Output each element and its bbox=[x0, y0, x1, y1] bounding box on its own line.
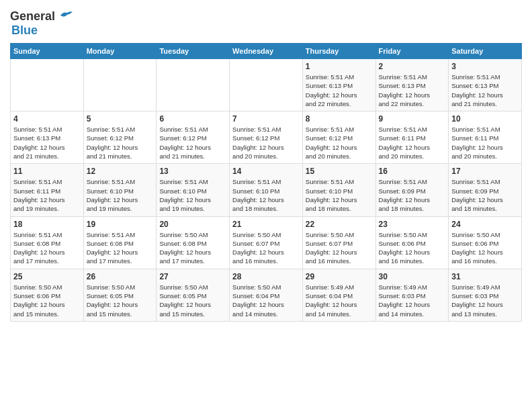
calendar-cell: 18Sunrise: 5:51 AM Sunset: 6:08 PM Dayli… bbox=[11, 216, 84, 269]
day-info: Sunrise: 5:50 AM Sunset: 6:08 PM Dayligh… bbox=[159, 230, 226, 266]
day-number: 27 bbox=[159, 272, 226, 281]
day-info: Sunrise: 5:51 AM Sunset: 6:12 PM Dayligh… bbox=[232, 125, 300, 161]
weekday-header-row: SundayMondayTuesdayWednesdayThursdayFrid… bbox=[11, 44, 522, 59]
day-info: Sunrise: 5:51 AM Sunset: 6:11 PM Dayligh… bbox=[13, 177, 81, 213]
day-info: Sunrise: 5:51 AM Sunset: 6:08 PM Dayligh… bbox=[87, 230, 154, 266]
weekday-header-thursday: Thursday bbox=[302, 44, 375, 59]
day-info: Sunrise: 5:51 AM Sunset: 6:10 PM Dayligh… bbox=[306, 177, 373, 213]
day-info: Sunrise: 5:49 AM Sunset: 6:04 PM Dayligh… bbox=[306, 283, 373, 318]
weekday-header-saturday: Saturday bbox=[449, 44, 522, 59]
day-info: Sunrise: 5:51 AM Sunset: 6:11 PM Dayligh… bbox=[451, 125, 519, 161]
calendar-cell: 29Sunrise: 5:49 AM Sunset: 6:04 PM Dayli… bbox=[302, 269, 375, 321]
day-number: 30 bbox=[379, 272, 446, 281]
day-number: 10 bbox=[451, 114, 519, 124]
day-number: 26 bbox=[87, 272, 154, 281]
calendar-week-1: 1Sunrise: 5:51 AM Sunset: 6:13 PM Daylig… bbox=[11, 59, 522, 111]
day-info: Sunrise: 5:51 AM Sunset: 6:12 PM Dayligh… bbox=[159, 125, 226, 161]
day-number: 11 bbox=[13, 167, 81, 176]
calendar-cell: 25Sunrise: 5:50 AM Sunset: 6:06 PM Dayli… bbox=[11, 269, 84, 321]
calendar-cell: 19Sunrise: 5:51 AM Sunset: 6:08 PM Dayli… bbox=[83, 216, 157, 269]
day-number: 12 bbox=[87, 167, 154, 176]
calendar-cell: 9Sunrise: 5:51 AM Sunset: 6:11 PM Daylig… bbox=[375, 111, 449, 164]
calendar-cell: 13Sunrise: 5:51 AM Sunset: 6:10 PM Dayli… bbox=[157, 164, 230, 216]
weekday-header-sunday: Sunday bbox=[11, 44, 84, 59]
calendar-cell: 22Sunrise: 5:50 AM Sunset: 6:07 PM Dayli… bbox=[302, 216, 375, 269]
day-number: 20 bbox=[159, 220, 226, 229]
day-info: Sunrise: 5:51 AM Sunset: 6:10 PM Dayligh… bbox=[159, 177, 226, 213]
calendar-cell: 12Sunrise: 5:51 AM Sunset: 6:10 PM Dayli… bbox=[83, 164, 157, 216]
day-number: 16 bbox=[379, 167, 446, 176]
day-info: Sunrise: 5:49 AM Sunset: 6:03 PM Dayligh… bbox=[451, 283, 519, 318]
day-info: Sunrise: 5:50 AM Sunset: 6:07 PM Dayligh… bbox=[232, 230, 300, 266]
day-number: 15 bbox=[306, 167, 373, 176]
calendar-cell: 28Sunrise: 5:50 AM Sunset: 6:04 PM Dayli… bbox=[230, 269, 303, 321]
calendar-week-3: 11Sunrise: 5:51 AM Sunset: 6:11 PM Dayli… bbox=[11, 164, 522, 216]
day-info: Sunrise: 5:51 AM Sunset: 6:13 PM Dayligh… bbox=[379, 73, 446, 108]
calendar-cell: 26Sunrise: 5:50 AM Sunset: 6:05 PM Dayli… bbox=[83, 269, 157, 321]
day-info: Sunrise: 5:51 AM Sunset: 6:12 PM Dayligh… bbox=[306, 125, 373, 161]
weekday-header-wednesday: Wednesday bbox=[230, 44, 303, 59]
calendar-cell: 20Sunrise: 5:50 AM Sunset: 6:08 PM Dayli… bbox=[157, 216, 230, 269]
calendar-cell: 4Sunrise: 5:51 AM Sunset: 6:13 PM Daylig… bbox=[11, 111, 84, 164]
day-number: 22 bbox=[306, 220, 373, 229]
day-number: 19 bbox=[87, 220, 154, 229]
calendar-cell: 15Sunrise: 5:51 AM Sunset: 6:10 PM Dayli… bbox=[302, 164, 375, 216]
day-info: Sunrise: 5:51 AM Sunset: 6:08 PM Dayligh… bbox=[13, 230, 81, 266]
day-number: 21 bbox=[232, 220, 300, 229]
day-info: Sunrise: 5:51 AM Sunset: 6:13 PM Dayligh… bbox=[13, 125, 81, 161]
day-info: Sunrise: 5:50 AM Sunset: 6:06 PM Dayligh… bbox=[379, 230, 446, 266]
calendar-cell: 30Sunrise: 5:49 AM Sunset: 6:03 PM Dayli… bbox=[375, 269, 449, 321]
day-number: 4 bbox=[13, 114, 81, 124]
calendar-week-4: 18Sunrise: 5:51 AM Sunset: 6:08 PM Dayli… bbox=[11, 216, 522, 269]
header: General Blue bbox=[10, 7, 522, 38]
day-info: Sunrise: 5:51 AM Sunset: 6:11 PM Dayligh… bbox=[379, 125, 446, 161]
calendar-cell: 1Sunrise: 5:51 AM Sunset: 6:13 PM Daylig… bbox=[302, 59, 375, 111]
calendar-cell: 27Sunrise: 5:50 AM Sunset: 6:05 PM Dayli… bbox=[157, 269, 230, 321]
calendar-table: SundayMondayTuesdayWednesdayThursdayFrid… bbox=[10, 43, 522, 322]
calendar-cell: 31Sunrise: 5:49 AM Sunset: 6:03 PM Dayli… bbox=[449, 269, 522, 321]
day-info: Sunrise: 5:50 AM Sunset: 6:05 PM Dayligh… bbox=[87, 283, 154, 318]
calendar-cell: 21Sunrise: 5:50 AM Sunset: 6:07 PM Dayli… bbox=[230, 216, 303, 269]
logo-text-general: General bbox=[10, 9, 55, 24]
day-info: Sunrise: 5:51 AM Sunset: 6:13 PM Dayligh… bbox=[306, 73, 373, 108]
weekday-header-monday: Monday bbox=[83, 44, 157, 59]
logo: General Blue bbox=[10, 7, 73, 38]
calendar-cell bbox=[230, 59, 303, 111]
day-number: 5 bbox=[87, 114, 154, 124]
day-info: Sunrise: 5:50 AM Sunset: 6:05 PM Dayligh… bbox=[159, 283, 226, 318]
day-number: 2 bbox=[379, 62, 446, 71]
calendar-cell: 6Sunrise: 5:51 AM Sunset: 6:12 PM Daylig… bbox=[157, 111, 230, 164]
day-number: 18 bbox=[13, 220, 81, 229]
calendar-cell: 23Sunrise: 5:50 AM Sunset: 6:06 PM Dayli… bbox=[375, 216, 449, 269]
day-info: Sunrise: 5:51 AM Sunset: 6:10 PM Dayligh… bbox=[232, 177, 300, 213]
calendar-cell: 11Sunrise: 5:51 AM Sunset: 6:11 PM Dayli… bbox=[11, 164, 84, 216]
calendar-week-2: 4Sunrise: 5:51 AM Sunset: 6:13 PM Daylig… bbox=[11, 111, 522, 164]
calendar-cell: 5Sunrise: 5:51 AM Sunset: 6:12 PM Daylig… bbox=[83, 111, 157, 164]
day-number: 8 bbox=[306, 114, 373, 124]
day-number: 1 bbox=[306, 62, 373, 71]
day-number: 3 bbox=[451, 62, 519, 71]
calendar-cell bbox=[11, 59, 84, 111]
day-number: 31 bbox=[451, 272, 519, 281]
day-number: 6 bbox=[159, 114, 226, 124]
day-info: Sunrise: 5:51 AM Sunset: 6:09 PM Dayligh… bbox=[451, 177, 519, 213]
calendar-cell: 7Sunrise: 5:51 AM Sunset: 6:12 PM Daylig… bbox=[230, 111, 303, 164]
day-number: 25 bbox=[13, 272, 81, 281]
day-number: 29 bbox=[306, 272, 373, 281]
day-info: Sunrise: 5:50 AM Sunset: 6:04 PM Dayligh… bbox=[232, 283, 300, 318]
day-number: 28 bbox=[232, 272, 300, 281]
calendar-cell: 24Sunrise: 5:50 AM Sunset: 6:06 PM Dayli… bbox=[449, 216, 522, 269]
day-info: Sunrise: 5:50 AM Sunset: 6:06 PM Dayligh… bbox=[13, 283, 81, 318]
calendar-cell: 16Sunrise: 5:51 AM Sunset: 6:09 PM Dayli… bbox=[375, 164, 449, 216]
logo-text-blue: Blue bbox=[11, 24, 38, 37]
calendar-cell: 2Sunrise: 5:51 AM Sunset: 6:13 PM Daylig… bbox=[375, 59, 449, 111]
logo-bird-icon bbox=[58, 10, 73, 21]
calendar-cell: 14Sunrise: 5:51 AM Sunset: 6:10 PM Dayli… bbox=[230, 164, 303, 216]
day-info: Sunrise: 5:51 AM Sunset: 6:09 PM Dayligh… bbox=[379, 177, 446, 213]
day-info: Sunrise: 5:50 AM Sunset: 6:07 PM Dayligh… bbox=[306, 230, 373, 266]
day-number: 14 bbox=[232, 167, 300, 176]
calendar-cell: 8Sunrise: 5:51 AM Sunset: 6:12 PM Daylig… bbox=[302, 111, 375, 164]
day-info: Sunrise: 5:49 AM Sunset: 6:03 PM Dayligh… bbox=[379, 283, 446, 318]
day-number: 23 bbox=[379, 220, 446, 229]
calendar-week-5: 25Sunrise: 5:50 AM Sunset: 6:06 PM Dayli… bbox=[11, 269, 522, 321]
